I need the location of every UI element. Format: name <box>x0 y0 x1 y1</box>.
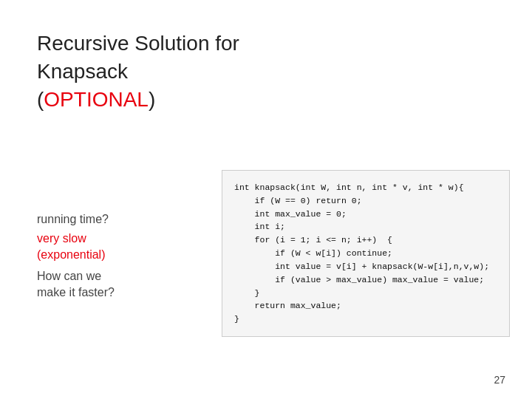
how-label: How can wemake it faster? <box>37 268 115 301</box>
title-optional: OPTIONAL <box>44 88 149 111</box>
page-number: 27 <box>494 374 505 386</box>
slow-label: very slow(exponential) <box>37 231 115 264</box>
running-time-label: running time? <box>37 213 115 226</box>
left-panel: running time? very slow(exponential) How… <box>37 192 115 301</box>
title-block: Recursive Solution for Knapsack (OPTIONA… <box>37 30 495 113</box>
title-line2: Knapsack <box>37 58 495 86</box>
code-content: int knapsack(int W, int n, int * v, int … <box>234 183 489 324</box>
code-box: int knapsack(int W, int n, int * v, int … <box>222 170 510 337</box>
title-line3: (OPTIONAL) <box>37 86 495 114</box>
title-paren-close: ) <box>149 88 155 111</box>
title-paren-open: ( <box>37 88 44 111</box>
title-line1: Recursive Solution for <box>37 30 495 58</box>
slide: Recursive Solution for Knapsack (OPTIONA… <box>0 0 532 399</box>
